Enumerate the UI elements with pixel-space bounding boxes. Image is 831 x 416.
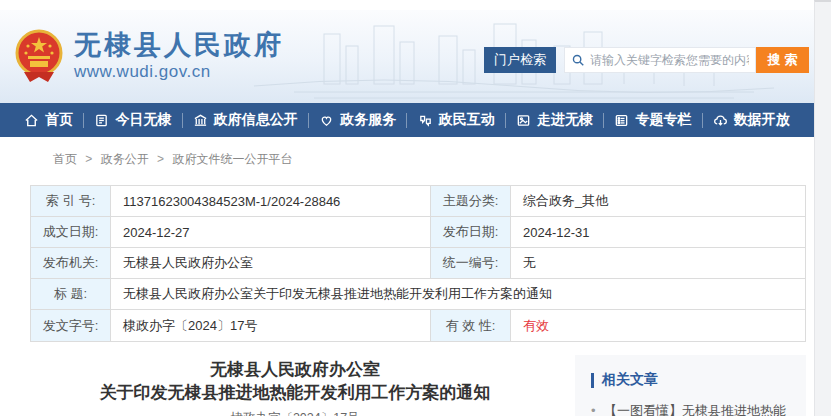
main-content: 无棣县人民政府办公室 关于印发无棣县推进地热能开发利用工作方案的通知 棣政办字〔… <box>30 355 806 416</box>
meta-value-title: 无棣县人民政府办公室关于印发无棣县推进地热能开发利用工作方案的通知 <box>111 279 805 309</box>
home-icon <box>24 113 39 128</box>
search-area: 门户检索 搜 索 <box>484 47 809 73</box>
site-header: 无棣县人民政府 www.wudi.gov.cn 门户检索 搜 索 <box>0 10 814 103</box>
cloud-download-icon <box>713 113 728 128</box>
nav-item-interaction[interactable]: 政民互动 <box>418 111 495 129</box>
nav-separator <box>406 113 407 128</box>
document-area: 无棣县人民政府办公室 关于印发无棣县推进地热能开发利用工作方案的通知 棣政办字〔… <box>30 355 560 416</box>
meta-row: 发文字号: 棣政办字〔2024〕17号 有 效 性: 有效 <box>31 310 805 341</box>
document-meta-table: 索 引 号: 11371623004384523M-1/2024-28846 主… <box>30 185 806 342</box>
nav-separator <box>182 113 183 128</box>
search-input[interactable] <box>590 53 749 67</box>
meta-value-issuing-agency: 无棣县人民政府办公室 <box>111 248 431 278</box>
heart-icon <box>319 113 334 128</box>
meta-value-topic-category: 综合政务_其他 <box>511 186 805 216</box>
nav-separator <box>702 113 703 128</box>
meta-label-doc-number: 发文字号: <box>31 310 111 341</box>
list-icon <box>614 113 629 128</box>
breadcrumb-home[interactable]: 首页 <box>53 152 77 166</box>
nav-item-today[interactable]: 今日无棣 <box>94 111 171 129</box>
meta-row: 标 题: 无棣县人民政府办公室关于印发无棣县推进地热能开发利用工作方案的通知 <box>31 279 805 310</box>
meta-value-publish-date: 2024-12-31 <box>511 217 805 247</box>
document-title-line2: 关于印发无棣县推进地热能开发利用工作方案的通知 <box>30 381 560 404</box>
search-icon <box>571 53 585 67</box>
related-articles-header: 相关文章 <box>591 371 792 389</box>
nav-item-label: 政府信息公开 <box>214 111 298 129</box>
brand-text: 无棣县人民政府 www.wudi.gov.cn <box>74 30 284 81</box>
meta-row: 成文日期: 2024-12-27 发布日期: 2024-12-31 <box>31 217 805 248</box>
vertical-scrollbar[interactable] <box>814 0 831 416</box>
breadcrumb-zhengwu-gongkai[interactable]: 政务公开 <box>101 152 149 166</box>
nav-item-special-columns[interactable]: 专题专栏 <box>614 111 691 129</box>
meta-value-validity: 有效 <box>511 310 805 341</box>
meta-label-written-date: 成文日期: <box>31 217 111 247</box>
meta-label-title: 标 题: <box>31 279 111 309</box>
nav-item-label: 政务服务 <box>340 111 396 129</box>
breadcrumb-current-page: 政府文件统一公开平台 <box>172 152 292 166</box>
bank-icon <box>193 113 208 128</box>
chat-icon <box>418 113 433 128</box>
nav-item-info-disclosure[interactable]: 政府信息公开 <box>193 111 298 129</box>
nav-separator <box>308 113 309 128</box>
nav-item-label: 今日无棣 <box>115 111 171 129</box>
site-title: 无棣县人民政府 <box>74 30 284 61</box>
meta-row: 索 引 号: 11371623004384523M-1/2024-28846 主… <box>31 186 805 217</box>
meta-value-written-date: 2024-12-27 <box>111 217 431 247</box>
meta-label-index-number: 索 引 号: <box>31 186 111 216</box>
breadcrumb: 首页 > 政务公开 > 政府文件统一公开平台 <box>53 151 831 168</box>
main-nav: 首页 今日无棣 政府信息公开 政务服务 政民互动 <box>0 103 814 137</box>
nav-item-discover[interactable]: 走进无棣 <box>516 111 593 129</box>
nav-item-label: 专题专栏 <box>635 111 691 129</box>
nav-item-home[interactable]: 首页 <box>24 111 73 129</box>
portal-search-button[interactable]: 门户检索 <box>484 47 556 73</box>
document-title-line1: 无棣县人民政府办公室 <box>30 358 560 381</box>
nav-separator <box>505 113 506 128</box>
meta-label-issuing-agency: 发布机关: <box>31 248 111 278</box>
meta-label-topic-category: 主题分类: <box>431 186 511 216</box>
page: 无棣县人民政府 www.wudi.gov.cn 门户检索 搜 索 首页 <box>0 0 831 416</box>
related-articles-title: 相关文章 <box>602 371 658 389</box>
meta-label-unified-number: 统一编号: <box>431 248 511 278</box>
nav-item-label: 首页 <box>45 111 73 129</box>
nav-item-label: 数据开放 <box>734 111 790 129</box>
breadcrumb-separator: > <box>157 152 164 166</box>
site-url: www.wudi.gov.cn <box>74 62 284 82</box>
meta-label-validity: 有 效 性: <box>431 310 511 341</box>
breadcrumb-separator: > <box>85 152 92 166</box>
nav-separator <box>83 113 84 128</box>
meta-row: 发布机关: 无棣县人民政府办公室 统一编号: 无 <box>31 248 805 279</box>
news-icon <box>94 113 109 128</box>
site-brand[interactable]: 无棣县人民政府 www.wudi.gov.cn <box>14 28 284 84</box>
search-box <box>564 47 756 73</box>
nav-item-open-data[interactable]: 数据开放 <box>713 111 790 129</box>
nav-item-label: 政民互动 <box>439 111 495 129</box>
meta-value-index-number: 11371623004384523M-1/2024-28846 <box>111 186 431 216</box>
related-article-link[interactable]: 【一图看懂】无棣县推进地热能开发利用工作方案 <box>591 402 792 416</box>
nav-separator <box>603 113 604 128</box>
nav-item-label: 走进无棣 <box>537 111 593 129</box>
document-number: 棣政办字〔2024〕17号 <box>30 410 560 416</box>
meta-value-unified-number: 无 <box>511 248 805 278</box>
meta-label-publish-date: 发布日期: <box>431 217 511 247</box>
related-articles-panel: 相关文章 【一图看懂】无棣县推进地热能开发利用工作方案 <box>575 355 806 416</box>
related-articles-list: 【一图看懂】无棣县推进地热能开发利用工作方案 <box>591 402 792 416</box>
picture-icon <box>516 113 531 128</box>
meta-value-doc-number: 棣政办字〔2024〕17号 <box>111 310 431 341</box>
top-strip <box>0 0 831 10</box>
nav-item-services[interactable]: 政务服务 <box>319 111 396 129</box>
national-emblem-icon <box>14 28 64 84</box>
section-accent-bar <box>591 373 594 388</box>
search-button[interactable]: 搜 索 <box>756 47 809 73</box>
